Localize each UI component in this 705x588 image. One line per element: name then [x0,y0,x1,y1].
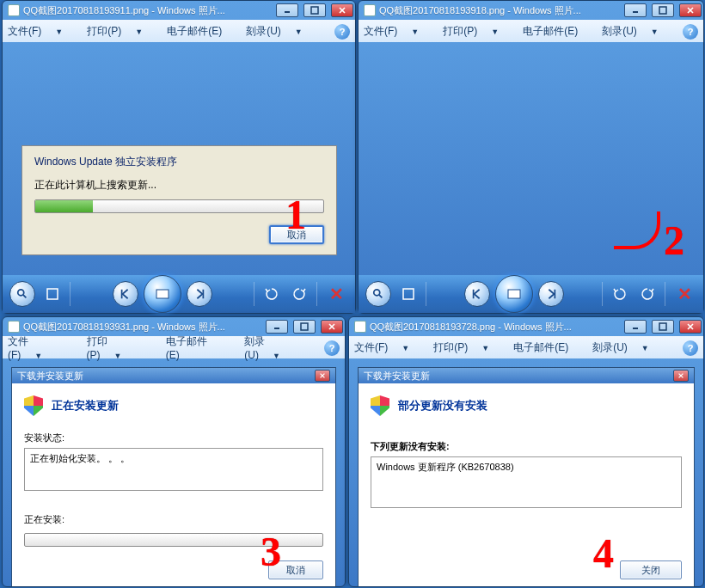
menu-file[interactable]: 文件(F)▼ [8,334,75,361]
status-box: 正在初始化安装。 。 。 [24,448,323,491]
annotation-mark-4: 4 [593,530,614,577]
maximize-button[interactable] [293,320,316,334]
slideshow-button[interactable] [495,275,533,313]
inner-titlebar[interactable]: 下载并安装更新 [12,368,335,383]
maximize-button[interactable] [303,3,326,17]
close-button[interactable]: 关闭 [620,560,682,579]
titlebar[interactable]: QQ截图20170818193728.png - Windows 照片... [349,317,703,336]
minimize-button[interactable] [266,320,288,334]
rotate-ccw-icon[interactable] [261,284,282,304]
app-icon [364,4,376,16]
menu-email[interactable]: 电子邮件(E) [167,24,234,39]
progress-bar [34,199,324,213]
close-button[interactable] [679,3,702,17]
help-icon[interactable]: ? [683,340,698,356]
titlebar[interactable]: QQ截图20170818193918.png - Windows 照片... [359,1,703,20]
rotate-cw-icon[interactable] [637,284,658,304]
window-title: QQ截图20170818193931.png - Windows 照片... [23,321,261,334]
prev-button[interactable] [113,281,138,307]
menu-print[interactable]: 打印(P)▼ [87,24,155,39]
install-result-window: 下载并安装更新 部分更新没有安装 下列更新没有安装: Windows 更新程序 … [358,367,695,586]
svg-rect-29 [659,323,666,330]
menu-print[interactable]: 打印(P)▼ [87,334,154,361]
media-toolbar: ✕ [359,275,703,313]
close-icon[interactable] [673,370,689,382]
menu-file[interactable]: 文件(F)▼ [354,340,421,355]
app-icon [8,321,20,333]
close-button[interactable] [679,320,702,334]
menubar: 文件(F)▼ 打印(P)▼ 电子邮件(E) 刻录(U)▼ ? [3,20,355,42]
help-icon[interactable]: ? [324,340,340,356]
menu-print[interactable]: 打印(P)▼ [443,24,511,39]
svg-rect-20 [508,290,520,298]
minimize-button[interactable] [624,320,647,334]
menu-burn[interactable]: 刻录(U)▼ [602,24,671,39]
viewer-stage: 下载并安装更新 正在安装更新 安装状态: 正在初始化安装。 。 。 正在安装: … [3,358,345,586]
photo-viewer-2: QQ截图20170818193918.png - Windows 照片... 文… [358,0,704,314]
delete-icon[interactable]: ✕ [672,282,696,306]
rotate-cw-icon[interactable] [289,284,310,304]
menu-burn[interactable]: 刻录(U)▼ [592,340,661,355]
photo-viewer-4: QQ截图20170818193728.png - Windows 照片... 文… [348,316,704,587]
menubar: 文件(F)▼ 打印(P)▼ 电子邮件(E) 刻录(U)▼ ? [3,336,345,358]
svg-line-17 [379,295,383,298]
menubar: 文件(F)▼ 打印(P)▼ 电子邮件(E) 刻录(U)▼ ? [359,20,703,42]
menu-file[interactable]: 文件(F)▼ [364,24,431,39]
shield-icon [24,395,43,416]
heading: 正在安装更新 [24,395,323,416]
photo-viewer-1: QQ截图20170818193911.png - Windows 照片... 文… [2,0,356,314]
viewer-stage: Windows Update 独立安装程序 正在此计算机上搜索更新... 取消 [3,42,355,313]
menu-email[interactable]: 电子邮件(E) [513,340,580,355]
menu-print[interactable]: 打印(P)▼ [433,340,501,355]
help-icon[interactable]: ? [334,24,350,40]
app-icon [354,321,366,333]
dialog-body: 正在此计算机上搜索更新... [34,178,324,193]
menu-email[interactable]: 电子邮件(E) [166,334,232,361]
failed-list: Windows 更新程序 (KB2670838) [371,456,682,508]
maximize-button[interactable] [652,320,674,334]
close-icon[interactable] [315,370,330,382]
app-icon [8,4,20,16]
menu-burn[interactable]: 刻录(U)▼ [246,24,315,39]
svg-rect-18 [403,289,414,299]
failed-label: 下列更新没有安装: [371,440,682,453]
menu-file[interactable]: 文件(F)▼ [8,24,75,39]
progress-label: 正在安装: [24,513,323,526]
minimize-button[interactable] [276,3,298,17]
rotate-ccw-icon[interactable] [610,284,630,304]
titlebar[interactable]: QQ截图20170818193931.png - Windows 照片... [3,317,345,336]
svg-rect-23 [301,323,308,330]
next-button[interactable] [187,281,212,307]
svg-rect-11 [659,7,666,14]
zoom-icon[interactable] [9,281,35,307]
close-button[interactable] [321,320,343,334]
slideshow-button[interactable] [144,275,181,313]
zoom-icon[interactable] [365,281,391,307]
titlebar[interactable]: QQ截图20170818193911.png - Windows 照片... [3,1,355,20]
svg-rect-1 [311,7,318,14]
close-button[interactable] [331,3,353,17]
dialog-title: Windows Update 独立安装程序 [34,155,324,169]
svg-rect-8 [156,290,169,298]
menu-email[interactable]: 电子邮件(E) [523,24,590,39]
inner-titlebar[interactable]: 下载并安装更新 [359,368,694,383]
maximize-button[interactable] [652,3,674,17]
help-icon[interactable]: ? [683,24,698,40]
delete-icon[interactable]: ✕ [324,282,348,306]
fit-icon[interactable] [398,284,419,304]
prev-button[interactable] [464,281,490,307]
menubar: 文件(F)▼ 打印(P)▼ 电子邮件(E) 刻录(U)▼ ? [349,336,703,358]
heading: 部分更新没有安装 [371,395,682,416]
window-title: QQ截图20170818193918.png - Windows 照片... [379,4,619,17]
svg-point-16 [374,290,380,296]
viewer-stage: Windows Update 独立安装程序 您要安装以下 Windows 软件更… [359,42,703,313]
next-button[interactable] [538,281,564,307]
fit-icon[interactable] [42,284,63,304]
menu-burn[interactable]: 刻录(U)▼ [244,334,312,361]
minimize-button[interactable] [624,3,647,17]
window-title: QQ截图20170818193911.png - Windows 照片... [23,4,271,17]
status-label: 安装状态: [24,432,323,444]
window-title: QQ截图20170818193728.png - Windows 照片... [370,321,619,334]
annotation-mark-2: 2 [664,217,684,264]
viewer-stage: 下载并安装更新 部分更新没有安装 下列更新没有安装: Windows 更新程序 … [349,358,703,586]
